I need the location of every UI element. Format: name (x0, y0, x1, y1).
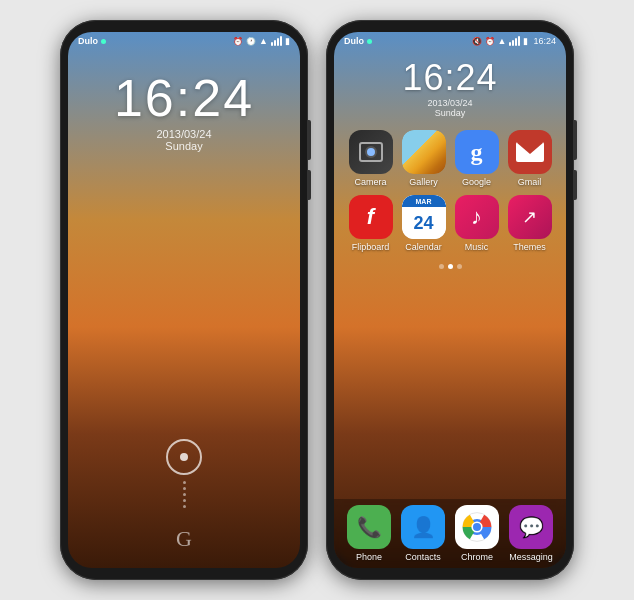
messaging-icon[interactable]: 💬 (509, 505, 553, 549)
flipboard-label: Flipboard (352, 242, 390, 252)
app-item-themes[interactable]: ↗ Themes (506, 195, 554, 252)
lock-ring-inner (180, 453, 188, 461)
app-row-2: f Flipboard MAR 24 (344, 195, 556, 252)
status-right-lock: ⏰ 🕐 ▲ ▮ (233, 36, 290, 46)
notification-dot-home (367, 39, 372, 44)
chrome-label: Chrome (461, 552, 493, 562)
chrome-svg (461, 511, 493, 543)
gallery-label: Gallery (409, 177, 438, 187)
calendar-label: Calendar (405, 242, 442, 252)
themes-label: Themes (513, 242, 546, 252)
app-row-1: Camera Gallery g Google (344, 130, 556, 187)
chrome-icon[interactable] (455, 505, 499, 549)
app-item-contacts[interactable]: 👤 Contacts (399, 505, 447, 562)
lock-ring[interactable] (166, 439, 202, 475)
mail-envelope (516, 142, 544, 162)
home-date: 2013/03/24 (334, 98, 566, 108)
home-time: 16:24 (334, 60, 566, 96)
gmail-icon[interactable] (508, 130, 552, 174)
gmail-label: Gmail (518, 177, 542, 187)
lock-dot-1 (183, 481, 186, 484)
signal-bars-home (509, 36, 520, 46)
app-item-gallery[interactable]: Gallery (400, 130, 448, 187)
status-bar-home: Dulo 🔇 ⏰ ▲ ▮ 16:24 (334, 32, 566, 50)
phone-label: Phone (356, 552, 382, 562)
status-left-lock: Dulo (78, 36, 106, 46)
home-time-section: 16:24 2013/03/24 Sunday (334, 60, 566, 118)
app-item-camera[interactable]: Camera (347, 130, 395, 187)
gallery-content (402, 130, 446, 174)
home-screen: Dulo 🔇 ⏰ ▲ ▮ 16:24 (334, 32, 566, 568)
alarm-icon-home: ⏰ (485, 37, 495, 46)
lock-date: 2013/03/24 (68, 128, 300, 140)
flipboard-icon[interactable]: f (349, 195, 393, 239)
mute-icon-home: 🔇 (472, 37, 482, 46)
status-bar-lock: Dulo ⏰ 🕐 ▲ ▮ (68, 32, 300, 50)
lock-screen: Dulo ⏰ 🕐 ▲ ▮ (68, 32, 300, 568)
lock-time: 16:24 (68, 72, 300, 124)
battery-icon-lock: ▮ (285, 36, 290, 46)
music-icon[interactable]: ♪ (455, 195, 499, 239)
page-dot-1 (439, 264, 444, 269)
app-item-flipboard[interactable]: f Flipboard (347, 195, 395, 252)
status-right-home: 🔇 ⏰ ▲ ▮ 16:24 (472, 36, 556, 46)
themes-icon[interactable]: ↗ (508, 195, 552, 239)
lock-dot-5 (183, 505, 186, 508)
app-item-messaging[interactable]: 💬 Messaging (507, 505, 555, 562)
calendar-inner: MAR 24 (402, 195, 446, 239)
contacts-label: Contacts (405, 552, 441, 562)
lock-dots (183, 481, 186, 508)
lock-day: Sunday (68, 140, 300, 152)
lock-ring-area[interactable] (68, 439, 300, 508)
page-dots (344, 260, 556, 273)
google-g-text: g (471, 139, 483, 166)
camera-lens (365, 146, 377, 158)
phone-handset-icon: 📞 (357, 515, 382, 539)
google-icon[interactable]: g (455, 130, 499, 174)
clock-icon-lock: 🕐 (246, 37, 256, 46)
home-day: Sunday (334, 108, 566, 118)
cal-header-text: MAR (416, 198, 432, 205)
calendar-icon[interactable]: MAR 24 (402, 195, 446, 239)
camera-icon[interactable] (349, 130, 393, 174)
camera-label: Camera (354, 177, 386, 187)
signal-bars-lock (271, 36, 282, 46)
wifi-icon-lock: ▲ (259, 36, 268, 46)
flipboard-f: f (367, 204, 374, 230)
status-left-home: Dulo (344, 36, 372, 46)
home-content: Dulo 🔇 ⏰ ▲ ▮ 16:24 (334, 32, 566, 568)
gallery-icon[interactable] (402, 130, 446, 174)
app-item-calendar[interactable]: MAR 24 Calendar (400, 195, 448, 252)
contacts-person-icon: 👤 (411, 515, 436, 539)
music-note: ♪ (471, 204, 482, 230)
google-label: Google (462, 177, 491, 187)
contacts-icon[interactable]: 👤 (401, 505, 445, 549)
carrier-name-home: Dulo (344, 36, 364, 46)
messaging-bubble-icon: 💬 (519, 515, 544, 539)
carrier-name-lock: Dulo (78, 36, 98, 46)
messaging-label: Messaging (509, 552, 553, 562)
unlock-gesture-hint: G (68, 526, 300, 552)
svg-point-3 (473, 523, 481, 531)
notification-dot-lock (101, 39, 106, 44)
bottom-dock: 📞 Phone 👤 Contacts (334, 499, 566, 568)
lock-time-section: 16:24 2013/03/24 Sunday (68, 72, 300, 152)
lock-dot-4 (183, 499, 186, 502)
cal-number: 24 (402, 207, 446, 239)
page-dot-3 (457, 264, 462, 269)
app-item-chrome[interactable]: Chrome (453, 505, 501, 562)
cal-header: MAR (402, 195, 446, 207)
app-item-music[interactable]: ♪ Music (453, 195, 501, 252)
music-label: Music (465, 242, 489, 252)
app-item-google[interactable]: g Google (453, 130, 501, 187)
left-phone: Dulo ⏰ 🕐 ▲ ▮ (60, 20, 308, 580)
app-grid: Camera Gallery g Google (334, 130, 566, 499)
lock-dot-3 (183, 493, 186, 496)
lock-dot-2 (183, 487, 186, 490)
app-item-phone[interactable]: 📞 Phone (345, 505, 393, 562)
right-phone: Dulo 🔇 ⏰ ▲ ▮ 16:24 (326, 20, 574, 580)
phone-app-icon[interactable]: 📞 (347, 505, 391, 549)
app-item-gmail[interactable]: Gmail (506, 130, 554, 187)
themes-arrow: ↗ (522, 206, 537, 228)
wifi-icon-home: ▲ (498, 36, 507, 46)
